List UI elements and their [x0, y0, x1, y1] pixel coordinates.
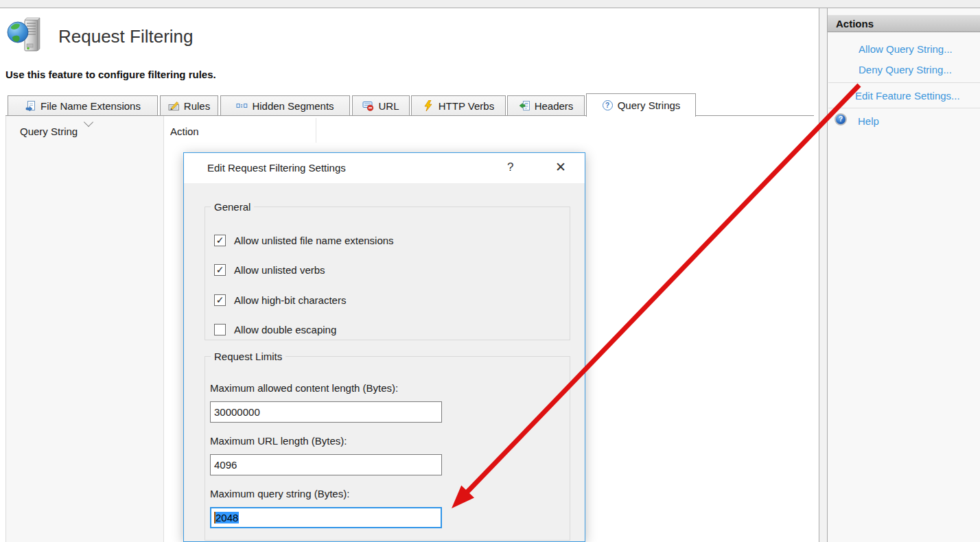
max-url-length-input[interactable]: 4096	[210, 454, 442, 475]
http-verbs-icon	[423, 100, 434, 111]
tab-query-strings[interactable]: Query Strings	[586, 93, 696, 117]
checkbox[interactable]	[214, 324, 226, 335]
tab-label: Rules	[184, 100, 210, 112]
tab-label: Hidden Segments	[252, 100, 334, 112]
query-strings-icon	[602, 100, 614, 111]
tab-label: File Name Extensions	[40, 100, 141, 112]
checkbox[interactable]: ✓	[214, 235, 226, 246]
general-groupbox-legend: General	[211, 201, 254, 213]
feature-description: Use this feature to configure filtering …	[5, 69, 216, 80]
dialog-title: Edit Request Filtering Settings	[207, 162, 346, 174]
checkbox-row-allow-unlisted-verbs[interactable]: ✓ Allow unlisted verbs	[214, 263, 325, 276]
allow-query-string-link[interactable]: Allow Query String...	[859, 43, 953, 55]
dialog-close-icon[interactable]: ✕	[555, 161, 566, 174]
checkbox-label: Allow double escaping	[234, 324, 336, 335]
checkbox[interactable]: ✓	[214, 264, 226, 276]
tab-http-verbs[interactable]: HTTP Verbs	[411, 95, 506, 115]
column-header-query-string[interactable]: Query String	[20, 126, 78, 137]
checkbox-row-allow-double-escaping[interactable]: Allow double escaping	[214, 323, 336, 335]
column-separator[interactable]	[316, 118, 316, 143]
input-value: 4096	[214, 459, 237, 471]
input-value: 30000000	[214, 406, 260, 418]
hidden-segments-icon	[236, 100, 248, 111]
checkbox-label: Allow high-bit characters	[234, 294, 346, 306]
checkbox-row-allow-unlisted-file-name-extensions[interactable]: ✓ Allow unlisted file name extensions	[214, 234, 394, 246]
max-url-length-label: Maximum URL length (Bytes):	[210, 435, 347, 447]
request-limits-groupbox-legend: Request Limits	[211, 351, 285, 362]
page-title: Request Filtering	[58, 26, 194, 47]
sorted-column-highlight	[6, 116, 163, 542]
iis-site-icon	[7, 16, 43, 55]
selected-input-value: 2048	[214, 512, 239, 523]
rules-icon	[168, 100, 180, 111]
column-separator[interactable]	[163, 116, 164, 542]
max-content-length-label: Maximum allowed content length (Bytes):	[210, 382, 398, 394]
tab-rules[interactable]: Rules	[160, 95, 218, 115]
tab-label: URL	[378, 100, 399, 112]
tab-label: Query Strings	[618, 99, 681, 111]
tab-hidden-segments[interactable]: Hidden Segments	[220, 95, 350, 115]
dialog-help-button[interactable]: ?	[507, 161, 513, 173]
file-name-extensions-icon	[25, 100, 36, 111]
actions-separator	[828, 82, 980, 83]
max-query-string-label: Maximum query string (Bytes):	[210, 488, 349, 499]
tab-headers[interactable]: Headers	[507, 95, 585, 115]
actions-panel-header: Actions	[828, 14, 980, 32]
headers-icon	[519, 100, 530, 111]
panel-splitter[interactable]	[819, 8, 828, 542]
column-header-action[interactable]: Action	[170, 126, 199, 137]
help-icon	[835, 113, 847, 126]
tab-url[interactable]: URL	[352, 95, 410, 115]
edit-feature-settings-link[interactable]: Edit Feature Settings...	[855, 90, 960, 102]
actions-panel	[828, 8, 980, 542]
edit-request-filtering-settings-dialog: Edit Request Filtering Settings ? ✕ Gene…	[183, 152, 585, 542]
max-query-string-input[interactable]: 2048	[210, 507, 442, 528]
max-content-length-input[interactable]: 30000000	[210, 401, 442, 423]
checkbox[interactable]: ✓	[214, 294, 226, 306]
tab-file-name-extensions[interactable]: File Name Extensions	[8, 95, 158, 115]
url-icon	[362, 100, 374, 111]
tab-label: HTTP Verbs	[439, 100, 494, 112]
help-link[interactable]: Help	[858, 115, 879, 127]
actions-separator	[828, 108, 980, 108]
checkbox-label: Allow unlisted file name extensions	[234, 235, 394, 246]
deny-query-string-link[interactable]: Deny Query String...	[859, 64, 952, 75]
checkbox-row-allow-high-bit-characters[interactable]: ✓ Allow high-bit characters	[214, 294, 346, 306]
tab-label: Headers	[535, 100, 574, 112]
checkbox-label: Allow unlisted verbs	[234, 264, 325, 276]
window-top-strip	[0, 0, 980, 8]
